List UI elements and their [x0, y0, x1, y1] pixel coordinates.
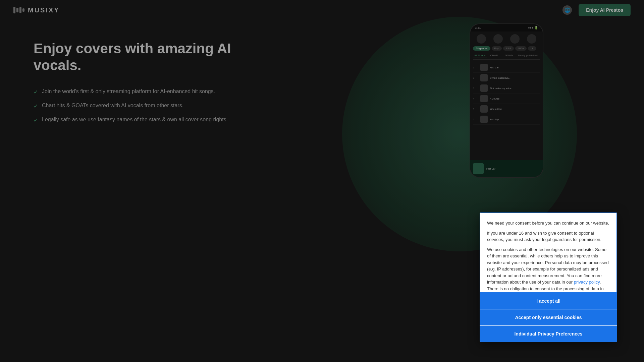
- privacy-policy-link[interactable]: privacy policy: [574, 280, 600, 285]
- cookie-para-3: We use cookies and other technologies on…: [487, 246, 610, 293]
- cookie-para-2: If you are under 16 and wish to give con…: [487, 230, 610, 243]
- cookie-consent-modal: We need your consent before you can cont…: [480, 213, 617, 342]
- accept-all-button[interactable]: I accept all: [480, 293, 617, 309]
- individual-privacy-button[interactable]: Individual Privacy Preferences: [480, 326, 617, 342]
- cookie-para-1: We need your consent before you can cont…: [487, 220, 610, 227]
- accept-essential-button[interactable]: Accept only essential cookies: [480, 309, 617, 325]
- cookie-body: We need your consent before you can cont…: [480, 213, 617, 293]
- cookie-buttons: I accept all Accept only essential cooki…: [480, 293, 617, 342]
